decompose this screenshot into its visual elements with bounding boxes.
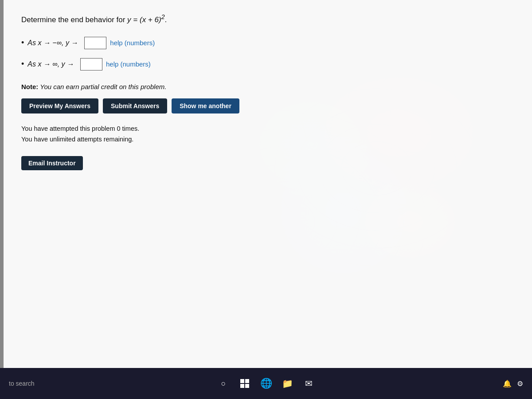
problem-title-prefix: Determine the end behavior for [21,16,127,24]
attempts-line1: You have attempted this problem 0 times. [21,123,514,134]
submit-button[interactable]: Submit Answers [103,98,167,113]
taskbar-notification-icon[interactable]: 🔔 [503,379,512,388]
problem-title: Determine the end behavior for y = (x + … [21,13,514,24]
taskbar-windows-icon[interactable] [238,376,252,391]
problem-equation: y = (x + 6)2 [127,16,164,24]
buttons-row: Preview My Answers Submit Answers Show m… [21,98,514,113]
answer-row-2: • As x → ∞, y → help (numbers) [21,58,514,70]
email-instructor-button[interactable]: Email Instructor [21,156,83,170]
answer-row-1: • As x → −∞, y → help (numbers) [21,37,514,49]
note-label: Note: [21,83,38,90]
svg-rect-21 [240,384,244,388]
answer-input-1[interactable] [84,37,106,49]
note-text: You can earn partial credit on this prob… [38,83,166,90]
taskbar-mail-icon[interactable]: ✉ [301,376,316,391]
attempts-line2: You have unlimited attempts remaining. [21,134,514,145]
taskbar-system-icons: 🔔 ⚙ [503,379,523,388]
taskbar: to search ○ 🌐 📁 ✉ 🔔 ⚙ [0,368,532,399]
taskbar-folder-icon[interactable]: 📁 [280,376,294,391]
note-section: Note: You can earn partial credit on thi… [21,83,514,90]
preview-button[interactable]: Preview My Answers [21,98,98,113]
taskbar-settings-icon[interactable]: ⚙ [517,379,523,388]
main-content-area: Determine the end behavior for y = (x + … [4,0,532,368]
bullet-2: • [21,59,24,69]
taskbar-edge-icon[interactable]: 🌐 [259,376,273,391]
taskbar-icons-group: ○ 🌐 📁 ✉ [216,376,316,391]
taskbar-search-icon[interactable]: ○ [216,376,231,391]
attempts-info: You have attempted this problem 0 times.… [21,123,514,145]
row1-math-text: As x → −∞, y → [27,39,78,47]
row2-math-text: As x → ∞, y → [27,60,74,68]
help-link-1[interactable]: help (numbers) [110,39,155,47]
svg-rect-19 [240,379,244,383]
left-edge-strip [0,0,4,368]
taskbar-search-label: to search [9,380,35,387]
svg-rect-22 [245,384,249,388]
svg-rect-20 [245,379,249,383]
show-another-button[interactable]: Show me another [172,98,239,113]
help-link-2[interactable]: help (numbers) [106,60,151,68]
answer-input-2[interactable] [80,58,102,70]
bullet-1: • [21,38,24,47]
